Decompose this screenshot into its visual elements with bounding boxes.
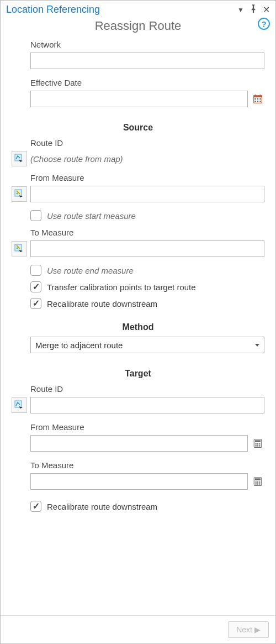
method-heading: Method (12, 322, 264, 332)
source-to-measure-label: To Measure (30, 228, 257, 237)
source-recalibrate-label: Recalibrate route downstream (47, 299, 157, 308)
pin-icon[interactable] (248, 4, 258, 15)
svg-rect-22 (257, 445, 258, 446)
calculator-to-icon[interactable] (251, 477, 264, 486)
svg-rect-18 (256, 443, 257, 444)
next-button[interactable]: Next ▶ (228, 621, 269, 638)
source-to-measure-input[interactable] (30, 240, 264, 257)
close-icon[interactable]: ✕ (263, 4, 270, 15)
svg-rect-26 (256, 481, 257, 483)
target-from-measure-label: From Measure (30, 422, 257, 432)
target-heading: Target (12, 369, 264, 379)
calculator-from-icon[interactable] (251, 438, 264, 448)
use-end-measure-label: Use route end measure (47, 266, 134, 275)
svg-rect-5 (257, 98, 258, 100)
help-icon[interactable]: ? (258, 18, 270, 30)
svg-rect-19 (257, 443, 258, 444)
svg-rect-15 (15, 401, 22, 407)
content: Network Effective Date (1, 39, 275, 615)
effective-date-label: Effective Date (30, 78, 257, 87)
source-route-id-label: Route ID (30, 138, 257, 148)
pick-to-measure-on-map-icon[interactable] (12, 241, 27, 256)
target-to-measure-label: To Measure (30, 460, 257, 470)
location-referencing-pane: Location Referencing ▼ ✕ Reassign Route … (0, 0, 276, 644)
svg-rect-21 (256, 445, 257, 446)
use-start-measure-checkbox[interactable] (30, 210, 41, 221)
svg-point-12 (17, 193, 18, 195)
next-button-label: Next (236, 625, 252, 634)
svg-rect-9 (259, 101, 261, 102)
page-subtitle: Reassign Route (95, 19, 182, 33)
svg-rect-28 (259, 481, 260, 483)
svg-rect-4 (254, 98, 256, 100)
svg-rect-29 (256, 483, 257, 484)
source-heading: Source (12, 123, 264, 133)
target-route-id-input[interactable] (30, 397, 264, 413)
target-route-id-label: Route ID (30, 384, 257, 394)
network-label: Network (30, 40, 257, 49)
target-recalibrate-label: Recalibrate route downstream (47, 502, 157, 511)
titlebar: Location Referencing ▼ ✕ (1, 1, 275, 17)
svg-rect-31 (259, 483, 260, 484)
svg-rect-8 (257, 101, 258, 102)
method-select[interactable]: Merge to adjacent route (30, 337, 264, 353)
footer: Next ▶ (1, 615, 275, 643)
source-from-measure-input[interactable] (30, 186, 264, 202)
use-start-measure-label: Use route start measure (47, 211, 136, 221)
transfer-calibration-checkbox[interactable] (30, 281, 41, 292)
target-to-measure-input[interactable] (30, 473, 248, 490)
svg-rect-6 (259, 98, 261, 100)
target-from-measure-input[interactable] (30, 435, 248, 452)
options-icon[interactable]: ▼ (237, 6, 244, 14)
network-input[interactable] (30, 53, 264, 69)
next-arrow-icon: ▶ (254, 625, 261, 634)
pane-title: Location Referencing (6, 4, 100, 15)
chevron-down-icon (255, 344, 259, 347)
window-controls: ▼ ✕ (237, 4, 270, 15)
select-target-route-on-map-icon[interactable] (12, 397, 27, 413)
svg-rect-30 (257, 483, 258, 484)
select-route-on-map-icon[interactable] (12, 151, 27, 166)
svg-rect-25 (255, 478, 261, 480)
source-from-measure-label: From Measure (30, 173, 257, 182)
target-recalibrate-checkbox[interactable] (30, 501, 41, 512)
svg-rect-10 (15, 154, 22, 161)
calendar-icon[interactable] (251, 94, 264, 104)
use-end-measure-checkbox[interactable] (30, 265, 41, 276)
effective-date-input[interactable] (30, 91, 248, 107)
svg-rect-7 (254, 101, 256, 102)
subtitle-row: Reassign Route ? (1, 17, 275, 39)
svg-rect-17 (255, 440, 261, 442)
choose-route-hint: (Choose route from map) (30, 154, 264, 164)
svg-rect-27 (257, 481, 258, 483)
pick-from-measure-on-map-icon[interactable] (12, 186, 27, 202)
transfer-calibration-label: Transfer calibration points to target ro… (47, 282, 196, 292)
method-value: Merge to adjacent route (35, 341, 123, 350)
svg-rect-23 (259, 445, 260, 446)
svg-point-14 (17, 248, 18, 249)
source-recalibrate-checkbox[interactable] (30, 298, 41, 309)
svg-rect-20 (259, 443, 260, 444)
